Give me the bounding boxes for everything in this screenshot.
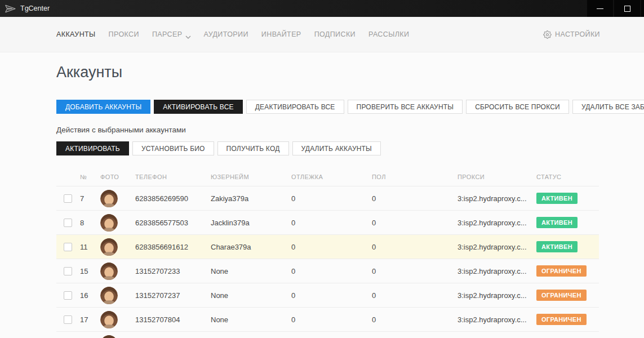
otlezhka-cell: 0 — [291, 194, 372, 203]
row-checkbox[interactable] — [64, 267, 72, 275]
otlezhka-cell: 0 — [291, 291, 372, 300]
proxy-cell: 3:isp2.hydraproxy.c... — [458, 291, 536, 300]
row-number: 17 — [73, 315, 96, 324]
phone-cell: 13152707233 — [135, 267, 211, 275]
row-checkbox[interactable] — [64, 194, 72, 203]
row-number: 16 — [73, 291, 96, 300]
nav-item-mailings[interactable]: РАССЫЛКИ — [368, 30, 409, 38]
avatar — [100, 238, 118, 256]
table-row: 17 13152707804 None 0 0 3:isp2.hydraprox… — [56, 308, 599, 332]
delete-accounts-button[interactable]: УДАЛИТЬ АККАУНТЫ — [292, 141, 381, 155]
status-badge: АКТИВЕН — [536, 193, 578, 204]
selected-actions-label: Действия с выбранными аккаунтами — [56, 126, 644, 134]
column-header: ЮЗЕРНЕЙМ — [211, 174, 291, 180]
activate-all-button[interactable]: АКТИВИРОВАТЬ ВСЕ — [154, 100, 242, 114]
nav-item-label: РАССЫЛКИ — [368, 30, 409, 38]
nav-item-subscriptions[interactable]: ПОДПИСКИ — [314, 30, 356, 38]
row-checkbox[interactable] — [64, 243, 72, 251]
username-cell: None — [211, 315, 291, 324]
avatar — [100, 335, 118, 338]
table-row-partial — [56, 332, 599, 338]
status-badge: ОГРАНИЧЕН — [536, 290, 587, 301]
nav-item-settings[interactable]: НАСТРОЙКИ — [543, 30, 600, 39]
accounts-table: №ФОТОТЕЛЕФОНЮЗЕРНЕЙМОТЛЕЖКАПОЛПРОКСИСТАТ… — [56, 167, 599, 338]
check-all-button[interactable]: ПРОВЕРИТЬ ВСЕ АККАУНТЫ — [348, 100, 463, 114]
nav-item-inviter[interactable]: ИНВАЙТЕР — [261, 30, 301, 38]
maximize-icon — [624, 6, 630, 12]
row-checkbox[interactable] — [64, 315, 72, 324]
titlebar: TgCenter — [0, 0, 644, 17]
avatar — [100, 263, 118, 280]
phone-cell: 6283856691612 — [135, 243, 211, 251]
row-checkbox[interactable] — [64, 219, 72, 227]
proxy-cell: 3:isp2.hydraproxy.c... — [458, 219, 536, 227]
deactivate-all-button[interactable]: ДЕАКТИВИРОВАТЬ ВСЕ — [246, 100, 344, 114]
phone-cell: 13152707237 — [135, 291, 211, 300]
chevron-down-icon — [185, 33, 191, 36]
otlezhka-cell: 0 — [291, 315, 372, 324]
window-maximize-button[interactable] — [614, 0, 640, 17]
row-checkbox[interactable] — [64, 291, 72, 300]
avatar — [100, 190, 118, 207]
proxy-cell: 3:isp2.hydraproxy.c... — [458, 243, 536, 251]
avatar — [100, 287, 118, 304]
nav-item-accounts[interactable]: АККАУНТЫ — [56, 30, 96, 38]
phone-cell: 6283856269590 — [135, 194, 211, 203]
proxy-cell: 3:isp2.hydraproxy.c... — [458, 267, 536, 275]
app-logo-paper-plane-icon — [5, 5, 16, 13]
table-row: 11 6283856691612 Charae379a 0 0 3:isp2.h… — [56, 235, 599, 259]
nav-item-proxy[interactable]: ПРОКСИ — [109, 30, 139, 38]
otlezhka-cell: 0 — [291, 243, 372, 251]
otlezhka-cell: 0 — [291, 219, 372, 227]
nav-item-label: ИНВАЙТЕР — [261, 30, 301, 38]
row-number: 11 — [73, 243, 96, 251]
column-header: ФОТО — [96, 174, 135, 180]
nav-item-label: АККАУНТЫ — [56, 30, 96, 38]
gear-icon — [543, 30, 552, 39]
get-code-button[interactable]: ПОЛУЧИТЬ КОД — [217, 141, 289, 155]
pol-cell: 0 — [372, 219, 458, 227]
status-badge: АКТИВЕН — [536, 241, 578, 252]
page-title: Аккаунты — [56, 64, 644, 81]
nav-items: АККАУНТЫПРОКСИПАРСЕРАУДИТОРИИИНВАЙТЕРПОД… — [56, 30, 409, 38]
pol-cell: 0 — [372, 315, 458, 324]
window-minimize-button[interactable] — [587, 0, 613, 17]
table-body: 7 6283856269590 Zakiya379a 0 0 3:isp2.hy… — [56, 186, 599, 338]
bulk-actions-toolbar: ДОБАВИТЬ АККАУНТЫАКТИВИРОВАТЬ ВСЕДЕАКТИВ… — [56, 100, 644, 114]
column-header: ОТЛЕЖКА — [291, 174, 372, 180]
activate-button[interactable]: АКТИВИРОВАТЬ — [56, 141, 129, 155]
nav-item-audiences[interactable]: АУДИТОРИИ — [204, 30, 248, 38]
table-header-row: №ФОТОТЕЛЕФОНЮЗЕРНЕЙМОТЛЕЖКАПОЛПРОКСИСТАТ… — [56, 167, 599, 186]
username-cell: Jacklin379a — [211, 219, 291, 227]
username-cell: Charae379a — [211, 243, 291, 251]
phone-cell: 6283856577503 — [135, 219, 211, 227]
add-accounts-button[interactable]: ДОБАВИТЬ АККАУНТЫ — [56, 100, 150, 114]
table-row: 16 13152707237 None 0 0 3:isp2.hydraprox… — [56, 283, 599, 308]
nav-item-parser[interactable]: ПАРСЕР — [152, 30, 191, 38]
table-row: 8 6283856577503 Jacklin379a 0 0 3:isp2.h… — [56, 211, 599, 235]
proxy-cell: 3:isp2.hydraproxy.c... — [458, 194, 536, 203]
set-bio-button[interactable]: УСТАНОВИТЬ БИО — [132, 141, 214, 155]
delete-banned-button[interactable]: УДАЛИТЬ ВСЕ ЗАБАНЕННЫЕ — [572, 100, 644, 114]
row-number: 8 — [73, 219, 96, 227]
column-header: СТАТУС — [536, 174, 599, 180]
username-cell: Zakiya379a — [211, 194, 291, 203]
column-header: ПОЛ — [372, 174, 458, 180]
otlezhka-cell: 0 — [291, 267, 372, 275]
minimize-icon — [597, 8, 603, 9]
main-navigation: АККАУНТЫПРОКСИПАРСЕРАУДИТОРИИИНВАЙТЕРПОД… — [0, 17, 644, 52]
status-badge: АКТИВЕН — [536, 217, 578, 228]
pol-cell: 0 — [372, 267, 458, 275]
reset-proxies-button[interactable]: СБРОСИТЬ ВСЕ ПРОКСИ — [466, 100, 569, 114]
table-row: 15 13152707233 None 0 0 3:isp2.hydraprox… — [56, 259, 599, 283]
column-header: ПРОКСИ — [458, 174, 536, 180]
settings-label: НАСТРОЙКИ — [555, 30, 600, 38]
row-number: 7 — [73, 194, 96, 203]
proxy-cell: 3:isp2.hydraproxy.c... — [458, 315, 536, 324]
app-title: TgCenter — [20, 5, 50, 12]
status-badge: ОГРАНИЧЕН — [536, 314, 587, 325]
phone-cell: 13152707804 — [135, 315, 211, 324]
window-close-button[interactable] — [641, 0, 644, 17]
pol-cell: 0 — [372, 291, 458, 300]
pol-cell: 0 — [372, 194, 458, 203]
